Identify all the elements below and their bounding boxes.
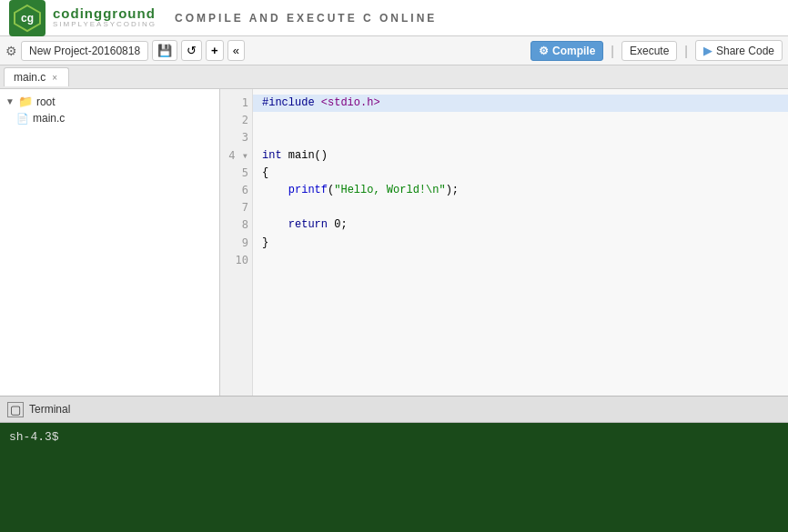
gear-icon: ⚙: [5, 44, 17, 58]
terminal-label: Terminal: [29, 403, 70, 416]
tab-label: main.c: [14, 71, 45, 84]
terminal-output[interactable]: sh-4.3$: [0, 423, 788, 532]
new-project-button[interactable]: New Project-20160818: [21, 41, 148, 61]
header-title: COMPILE AND EXECUTE C ONLINE: [175, 12, 437, 25]
main-content: ▼ 📁 root 📄 main.c 1 2 3 4 ▾ 5 6 7 8 9 10…: [0, 89, 788, 396]
compile-label: Compile: [552, 45, 595, 57]
terminal-box-icon: ▢: [7, 402, 24, 417]
save-icon[interactable]: 💾: [152, 40, 177, 61]
share-code-label: Share Code: [716, 45, 774, 57]
tab-bar: main.c ×: [0, 65, 788, 89]
file-tree: ▼ 📁 root 📄 main.c: [0, 89, 220, 396]
new-project-label: New Project-20160818: [29, 45, 140, 57]
svg-text:cg: cg: [21, 12, 34, 25]
code-editor[interactable]: 1 2 3 4 ▾ 5 6 7 8 9 10 #include <stdio.h…: [220, 89, 788, 396]
share-code-button[interactable]: ▶ Share Code: [695, 40, 783, 61]
execute-label: Execute: [630, 45, 669, 57]
tab-main-c[interactable]: main.c ×: [4, 67, 69, 86]
refresh-icon[interactable]: ↺: [181, 40, 202, 61]
code-area[interactable]: #include <stdio.h> int main() { printf("…: [253, 89, 788, 396]
add-icon[interactable]: +: [206, 40, 224, 61]
tree-root[interactable]: ▼ 📁 root: [0, 93, 219, 110]
toolbar-sep1: |: [611, 44, 614, 58]
tree-expand-icon: ▼: [5, 96, 15, 106]
line-numbers: 1 2 3 4 ▾ 5 6 7 8 9 10: [220, 89, 253, 396]
collapse-icon[interactable]: «: [227, 40, 245, 61]
terminal-bar: ▢ Terminal: [0, 396, 788, 423]
tree-file-label: main.c: [33, 112, 65, 125]
tree-root-label: root: [36, 95, 56, 108]
toolbar: ⚙ New Project-20160818 💾 ↺ + « ⚙ Compile…: [0, 36, 788, 65]
toolbar-sep2: |: [684, 44, 688, 58]
logo-area: cg codingground SIMPLYEASYCODING: [9, 0, 157, 36]
logo-text: codingground SIMPLYEASYCODING: [53, 6, 157, 29]
share-icon: ▶: [703, 44, 712, 57]
compile-icon: ⚙: [539, 45, 549, 57]
execute-button[interactable]: Execute: [621, 41, 677, 61]
folder-icon: 📁: [18, 95, 33, 108]
tree-file-main-c[interactable]: 📄 main.c: [0, 110, 219, 126]
logo-sub: SIMPLYEASYCODING: [53, 21, 157, 29]
tab-close-icon[interactable]: ×: [50, 73, 59, 83]
logo-icon: cg: [9, 0, 45, 36]
file-icon: 📄: [16, 113, 29, 125]
compile-button[interactable]: ⚙ Compile: [530, 41, 603, 61]
header: cg codingground SIMPLYEASYCODING COMPILE…: [0, 0, 788, 36]
logo-brand: codingground: [53, 6, 157, 22]
terminal-prompt: sh-4.3$: [9, 430, 59, 444]
